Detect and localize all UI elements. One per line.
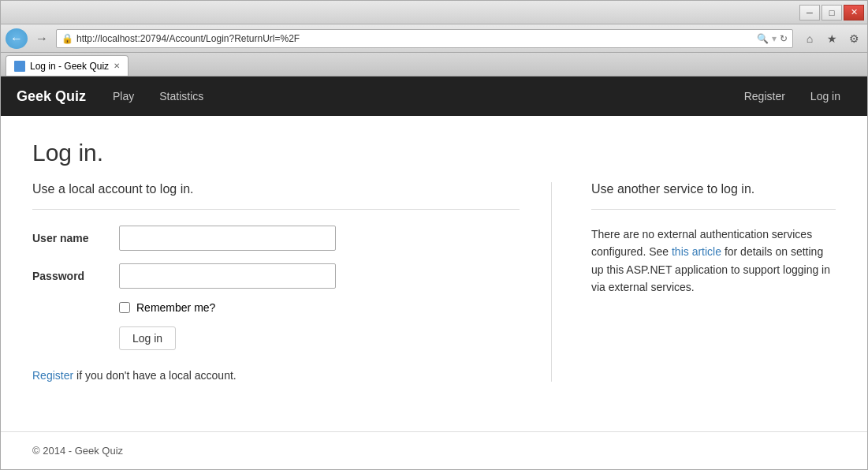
title-bar-buttons: ─ □ ✕ bbox=[799, 5, 864, 21]
divider-icon: ▾ bbox=[772, 33, 777, 44]
right-column: Use another service to log in. There are… bbox=[583, 182, 836, 382]
remember-me-group: Remember me? bbox=[119, 301, 520, 314]
remember-me-label: Remember me? bbox=[136, 301, 215, 314]
footer-text: © 2014 - Geek Quiz bbox=[32, 445, 123, 457]
navbar-brand[interactable]: Geek Quiz bbox=[17, 88, 86, 105]
navbar-links: Play Statistics bbox=[102, 84, 214, 109]
toolbar: ← → 🔒 http://localhost:20794/Account/Log… bbox=[1, 24, 867, 53]
browser-window: ─ □ ✕ ← → 🔒 http://localhost:20794/Accou… bbox=[0, 0, 868, 470]
two-column-layout: Use a local account to log in. User name… bbox=[32, 182, 836, 382]
nav-link-statistics[interactable]: Statistics bbox=[148, 84, 214, 109]
external-auth-text: There are no external authentication ser… bbox=[591, 226, 836, 297]
nav-link-play[interactable]: Play bbox=[102, 84, 145, 109]
password-group: Password bbox=[32, 263, 520, 289]
form-divider bbox=[32, 209, 520, 210]
address-text: http://localhost:20794/Account/Login?Ret… bbox=[76, 33, 757, 44]
login-btn-wrapper: Log in bbox=[32, 326, 520, 350]
password-input[interactable] bbox=[119, 263, 336, 289]
tab-close-icon[interactable]: ✕ bbox=[114, 62, 120, 70]
nav-link-login[interactable]: Log in bbox=[799, 84, 851, 109]
external-service-title: Use another service to log in. bbox=[591, 182, 836, 196]
tab-favicon bbox=[14, 61, 25, 72]
page-title: Log in. bbox=[32, 140, 836, 166]
nav-link-register[interactable]: Register bbox=[733, 84, 796, 109]
this-article-link[interactable]: this article bbox=[672, 245, 721, 258]
remember-me-checkbox[interactable] bbox=[119, 302, 130, 313]
register-prompt-text: if you don't have a local account. bbox=[76, 369, 237, 382]
password-label: Password bbox=[32, 270, 119, 282]
restore-button[interactable]: □ bbox=[821, 5, 842, 21]
active-tab[interactable]: Log in - Geek Quiz ✕ bbox=[6, 55, 129, 76]
home-icon[interactable]: ⌂ bbox=[801, 30, 818, 47]
local-account-title: Use a local account to log in. bbox=[32, 182, 520, 196]
close-button[interactable]: ✕ bbox=[844, 5, 864, 21]
back-button[interactable]: ← bbox=[6, 28, 28, 49]
username-group: User name bbox=[32, 226, 520, 251]
footer: © 2014 - Geek Quiz bbox=[1, 431, 867, 469]
navbar-right: Register Log in bbox=[733, 84, 851, 109]
app-content: Geek Quiz Play Statistics Register Log i… bbox=[1, 76, 867, 469]
username-input[interactable] bbox=[119, 226, 336, 251]
search-icon[interactable]: 🔍 bbox=[757, 33, 769, 44]
tab-bar: Log in - Geek Quiz ✕ bbox=[1, 53, 867, 76]
login-button[interactable]: Log in bbox=[119, 326, 176, 350]
forward-button[interactable]: → bbox=[31, 28, 53, 49]
username-label: User name bbox=[32, 232, 119, 244]
register-prompt: Register if you don't have a local accou… bbox=[32, 369, 520, 382]
register-link[interactable]: Register bbox=[32, 369, 73, 382]
favorites-icon[interactable]: ★ bbox=[823, 30, 840, 47]
address-icon: 🔒 bbox=[61, 33, 73, 44]
address-actions: 🔍 ▾ ↻ bbox=[757, 33, 788, 44]
title-bar: ─ □ ✕ bbox=[1, 1, 867, 24]
tab-title: Log in - Geek Quiz bbox=[30, 61, 109, 72]
address-bar[interactable]: 🔒 http://localhost:20794/Account/Login?R… bbox=[56, 29, 793, 48]
navbar: Geek Quiz Play Statistics Register Log i… bbox=[1, 76, 867, 116]
minimize-button[interactable]: ─ bbox=[799, 5, 820, 21]
left-column: Use a local account to log in. User name… bbox=[32, 182, 552, 382]
external-divider bbox=[591, 209, 836, 210]
toolbar-right: ⌂ ★ ⚙ bbox=[801, 30, 862, 47]
page-content: Log in. Use a local account to log in. U… bbox=[1, 116, 867, 431]
refresh-icon[interactable]: ↻ bbox=[780, 33, 788, 44]
settings-icon[interactable]: ⚙ bbox=[845, 30, 862, 47]
